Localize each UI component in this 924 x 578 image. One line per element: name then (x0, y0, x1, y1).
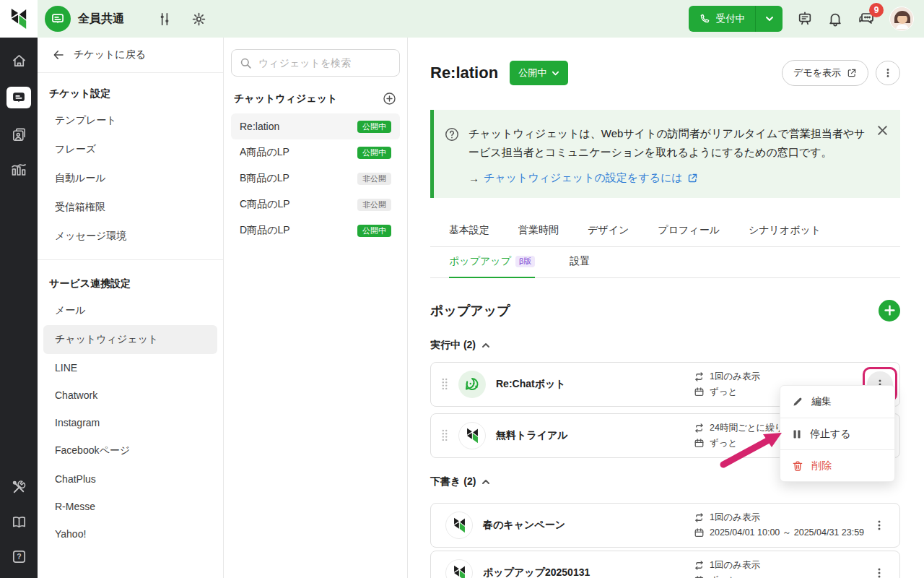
workspace-selector[interactable]: 全員共通 (45, 6, 124, 32)
sidebar-item-facebook[interactable]: Facebookページ (38, 436, 223, 465)
sidebar-item-rmesse[interactable]: R-Messe (38, 493, 223, 520)
menu-item-stop[interactable]: 停止する (780, 418, 894, 449)
frequency-label: 1回のみ表示 (710, 512, 760, 524)
relation-logo[interactable] (0, 0, 38, 38)
sidebar-item-chatplus[interactable]: ChatPlus (38, 465, 223, 493)
calendar-icon (694, 438, 705, 449)
tab-design[interactable]: デザイン (588, 220, 629, 246)
sidebar-item-line[interactable]: LINE (38, 354, 223, 381)
help-icon[interactable]: ? (11, 548, 27, 565)
notification-badge: 9 (869, 3, 884, 17)
widget-name: Re:lation (240, 121, 279, 132)
subtab-install[interactable]: 設置 (570, 247, 590, 277)
sidebar-item-chat-widget[interactable]: チャットウィジェット (43, 325, 217, 354)
publish-status-button[interactable]: 公開中 (510, 61, 568, 85)
popup-row[interactable]: ポップアップ20250131 1回のみ表示 ずっと (430, 551, 900, 578)
widget-item[interactable]: D商品のLP 公開中 (231, 217, 400, 243)
popup-name: Re:Chatボット (496, 378, 566, 391)
back-to-tickets[interactable]: チケットに戻る (38, 38, 223, 73)
chat-messages-icon[interactable]: 9 (858, 10, 875, 27)
frequency-label: 1回のみ表示 (710, 371, 760, 383)
sidebar-item-message-env[interactable]: メッセージ環境 (38, 222, 223, 251)
chevron-up-icon (481, 341, 490, 350)
trash-icon (792, 460, 803, 472)
widget-item[interactable]: C商品のLP 非公開 (231, 191, 400, 217)
plus-icon (884, 305, 895, 316)
drag-handle-icon[interactable] (441, 378, 448, 390)
sidebar-item-auto-rules[interactable]: 自動ルール (38, 164, 223, 193)
chatbot-icon (458, 371, 486, 398)
docs-icon[interactable] (11, 513, 27, 530)
row-context-menu: 編集 停止する 削除 (780, 385, 895, 482)
subtab-popup-label: ポップアップ (449, 255, 511, 268)
availability-button[interactable]: 受付中 (689, 6, 756, 32)
show-demo-button[interactable]: デモを表示 (782, 60, 868, 86)
widget-item[interactable]: Re:lation 公開中 (231, 113, 400, 139)
bell-icon[interactable] (827, 11, 843, 27)
widget-item[interactable]: B商品のLP 非公開 (231, 165, 400, 191)
home-icon[interactable] (11, 52, 27, 69)
add-widget-icon[interactable] (382, 91, 397, 106)
sidebar-item-instagram[interactable]: Instagram (38, 409, 223, 436)
sidebar-item-yahoo[interactable]: Yahoo! (38, 520, 223, 548)
menu-item-label: 停止する (810, 428, 851, 441)
widget-search[interactable] (231, 49, 400, 77)
publish-status-label: 公開中 (518, 66, 546, 79)
availability-control: 受付中 (689, 6, 783, 32)
tools-icon[interactable] (11, 478, 27, 496)
external-link-icon (687, 173, 698, 184)
sidebar-item-template[interactable]: テンプレート (38, 106, 223, 135)
relation-logo-icon (458, 422, 486, 449)
period-label: ずっと (710, 386, 737, 398)
pause-icon (792, 429, 802, 439)
status-badge: 公開中 (357, 225, 391, 237)
popup-section-title: ポップアップ (430, 302, 510, 319)
sidebar-item-mail[interactable]: メール (38, 296, 223, 325)
sidebar-item-chatwork[interactable]: Chatwork (38, 381, 223, 409)
announcement-board-icon[interactable] (797, 11, 813, 27)
sidebar-item-inbox-permissions[interactable]: 受信箱権限 (38, 193, 223, 222)
icon-rail: ? (0, 38, 38, 578)
tickets-icon[interactable] (6, 87, 31, 108)
menu-item-edit[interactable]: 編集 (780, 386, 894, 418)
sidebar-item-phrases[interactable]: フレーズ (38, 135, 223, 164)
period-label: ずっと (710, 437, 737, 449)
popup-name: 無料トライアル (496, 429, 568, 442)
arrow-glyph: → (468, 172, 479, 184)
add-popup-button[interactable] (879, 300, 900, 322)
page-kebab-button[interactable] (876, 61, 900, 85)
availability-dropdown[interactable] (755, 6, 783, 32)
widget-name: B商品のLP (240, 172, 289, 185)
subtab-popup[interactable]: ポップアップ β版 (449, 247, 535, 278)
widget-setup-link[interactable]: チャットウィジェットの設定をするには (484, 171, 698, 185)
main-tabs: 基本設定 営業時間 デザイン プロフィール シナリオボット (430, 220, 900, 247)
stats-icon[interactable] (10, 160, 27, 178)
tab-basic-settings[interactable]: 基本設定 (449, 220, 489, 246)
tab-profile[interactable]: プロフィール (658, 220, 720, 246)
repeat-icon (694, 560, 705, 571)
banner-close-icon[interactable] (876, 124, 889, 137)
gear-icon[interactable] (191, 12, 206, 27)
row-kebab-button[interactable] (866, 560, 892, 578)
tune-icon[interactable] (157, 12, 173, 27)
availability-label: 受付中 (716, 12, 746, 25)
running-section-toggle[interactable]: 実行中 (2) (430, 339, 900, 352)
repeat-icon (694, 512, 705, 523)
contacts-icon[interactable] (11, 126, 27, 143)
search-input[interactable] (258, 57, 392, 69)
row-kebab-button[interactable] (866, 512, 892, 538)
widget-item[interactable]: A商品のLP 公開中 (231, 139, 400, 165)
tab-business-hours[interactable]: 営業時間 (518, 220, 559, 246)
search-icon (239, 56, 253, 70)
drag-handle-icon[interactable] (441, 429, 448, 441)
beta-badge: β版 (515, 256, 535, 267)
topbar-right: 受付中 (689, 6, 924, 32)
draft-section-title: 下書き (2) (430, 475, 476, 488)
menu-item-label: 削除 (811, 460, 832, 473)
popup-row[interactable]: 春のキャンペーン 1回のみ表示 2025/04/01 10:00 ～ 2025/… (430, 503, 900, 548)
avatar[interactable] (889, 7, 914, 31)
status-badge: 非公開 (357, 173, 391, 185)
repeat-icon (694, 371, 705, 382)
tab-scenario-bot[interactable]: シナリオボット (749, 220, 821, 246)
menu-item-delete[interactable]: 削除 (780, 449, 894, 481)
